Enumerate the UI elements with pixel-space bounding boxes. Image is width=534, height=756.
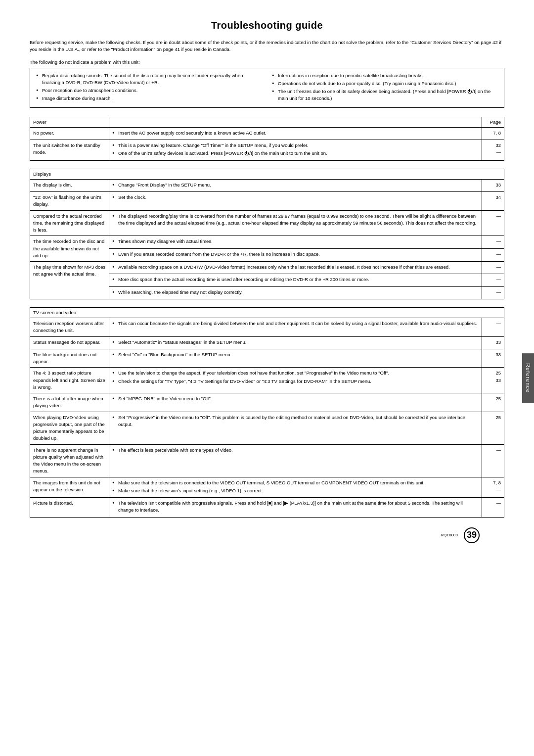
solution-cell: This can occur because the signals are b… [109, 318, 482, 337]
problem-cell: The display is dim. [30, 179, 109, 191]
list-item: Set "MPEG-DNR" in the Video menu to "Off… [112, 395, 479, 402]
list-item: Change "Front Display" in the SETUP menu… [112, 182, 479, 189]
list-item: Interruptions in reception due to period… [272, 72, 498, 79]
problem-cell: The 4: 3 aspect ratio picture expands le… [30, 368, 109, 393]
problem-cell: "12: 00A" is flashing on the unit's disp… [30, 192, 109, 211]
solution-cell: Make sure that the television is connect… [109, 477, 482, 498]
list-item: The unit freezes due to one of its safet… [272, 88, 498, 102]
list-item: Make sure that the television's input se… [112, 487, 479, 494]
solution-cell: The displayed recording/play time is con… [109, 210, 482, 236]
page-cell: 33 [482, 349, 504, 368]
list-item: Times shown may disagree with actual tim… [112, 238, 479, 245]
table-row: Picture is distorted. The television isn… [30, 498, 504, 518]
page-cell: — [482, 210, 504, 236]
page-cell: — [482, 444, 504, 477]
page-cell: 33 [482, 336, 504, 349]
list-item: Poor reception due to atmospheric condit… [36, 87, 262, 94]
table-row: No power. Insert the AC power supply cor… [30, 127, 504, 140]
solution-cell: Change "Front Display" in the SETUP menu… [109, 179, 482, 191]
section-spacer [109, 117, 482, 127]
problem-cell: The play time shown for MP3 does not agr… [30, 262, 109, 299]
page-column-header: Page [482, 117, 504, 127]
displays-label: Displays [30, 169, 504, 179]
model-number: RQT8009 [441, 533, 458, 537]
solution-cell: Set the clock. [109, 192, 482, 211]
tv-label: TV screen and video [30, 307, 504, 318]
solution-cell: Times shown may disagree with actual tim… [109, 236, 482, 249]
list-item: Set "Progressive" in the Video menu to "… [112, 414, 479, 428]
table-row: Status messages do not appear. Select "A… [30, 336, 504, 349]
problem-cell: Compared to the actual recorded time, th… [30, 210, 109, 236]
table-row: There is no apparent change in picture q… [30, 444, 504, 477]
list-item: The effect is less perceivable with some… [112, 447, 479, 454]
solution-cell: Use the television to change the aspect.… [109, 368, 482, 393]
page-cell: 2533 [482, 368, 504, 393]
table-row: The 4: 3 aspect ratio picture expands le… [30, 368, 504, 393]
not-problems-box: Regular disc rotating sounds. The sound … [30, 68, 504, 108]
page-cell: 34 [482, 192, 504, 211]
list-item: Regular disc rotating sounds. The sound … [36, 72, 262, 87]
table-row: The unit switches to the standby mode. T… [30, 140, 504, 161]
page-cell: — [482, 498, 504, 518]
section-header-row: Power Page [30, 117, 504, 127]
problem-cell: The time recorded on the disc and the av… [30, 236, 109, 262]
page-cell: — [482, 262, 504, 274]
page-cell: 25 [482, 412, 504, 444]
page-cell: 33 [482, 179, 504, 191]
section-header-row: Displays [30, 169, 504, 179]
table-row: Compared to the actual recorded time, th… [30, 210, 504, 236]
section-header-row: TV screen and video [30, 307, 504, 318]
list-item: Insert the AC power supply cord securely… [112, 130, 479, 137]
problem-cell: When playing DVD-Video using progressive… [30, 412, 109, 444]
list-item: Operations do not work due to a poor-qua… [272, 80, 498, 87]
problem-cell: The images from this unit do not appear … [30, 477, 109, 498]
solution-cell: Even if you erase recorded content from … [109, 249, 482, 262]
table-row: Television reception worsens after conne… [30, 318, 504, 337]
problem-cell: Television reception worsens after conne… [30, 318, 109, 337]
displays-table: Displays The display is dim. Change "Fro… [30, 169, 504, 299]
page-number: 39 [464, 527, 480, 543]
not-problems-left: Regular disc rotating sounds. The sound … [36, 72, 262, 103]
page-cell: 7, 8— [482, 477, 504, 498]
list-item: While searching, the elapsed time may no… [112, 289, 479, 296]
not-problems-right: Interruptions in reception due to period… [272, 72, 498, 103]
solution-cell: Select "Automatic" in "Status Messages" … [109, 336, 482, 349]
page-cell: — [482, 274, 504, 286]
list-item: Even if you erase recorded content from … [112, 251, 479, 258]
list-item: More disc space than the actual recordin… [112, 276, 479, 283]
table-row: The display is dim. Change "Front Displa… [30, 179, 504, 191]
page-cell: 7, 8 [482, 127, 504, 140]
list-item: One of the unit's safety devices is acti… [112, 150, 479, 157]
list-item: This is a power saving feature. Change "… [112, 142, 479, 149]
page-footer: RQT8009 39 [30, 527, 504, 543]
list-item: Image disturbance during search. [36, 95, 262, 102]
power-table: Power Page No power. Insert the AC power… [30, 117, 504, 161]
table-row: The images from this unit do not appear … [30, 477, 504, 498]
table-row: The blue background does not appear. Sel… [30, 349, 504, 368]
solution-cell: More disc space than the actual recordin… [109, 274, 482, 286]
solution-cell: Insert the AC power supply cord securely… [109, 127, 482, 140]
list-item: The television isn't compatible with pro… [112, 500, 479, 514]
page-cell: 25 [482, 393, 504, 412]
page-cell: 32— [482, 140, 504, 161]
solution-cell: Set "MPEG-DNR" in the Video menu to "Off… [109, 393, 482, 412]
page-cell: — [482, 236, 504, 249]
table-row: When playing DVD-Video using progressive… [30, 412, 504, 444]
list-item: Select "Automatic" in "Status Messages" … [112, 339, 479, 346]
solution-cell: This is a power saving feature. Change "… [109, 140, 482, 161]
list-item: Use the television to change the aspect.… [112, 370, 479, 377]
table-row: The time recorded on the disc and the av… [30, 236, 504, 249]
problem-cell: Status messages do not appear. [30, 336, 109, 349]
table-row: There is a lot of after-image when playi… [30, 393, 504, 412]
solution-cell: While searching, the elapsed time may no… [109, 286, 482, 299]
solution-cell: Set "Progressive" in the Video menu to "… [109, 412, 482, 444]
page-cell: — [482, 286, 504, 299]
problem-cell: There is no apparent change in picture q… [30, 444, 109, 477]
list-item: This can occur because the signals are b… [112, 320, 479, 327]
solution-cell: Available recording space on a DVD-RW (D… [109, 262, 482, 274]
section-label: Power [30, 117, 109, 127]
solution-cell: The television isn't compatible with pro… [109, 498, 482, 518]
list-item: The displayed recording/play time is con… [112, 213, 479, 227]
solution-cell: The effect is less perceivable with some… [109, 444, 482, 477]
table-row: "12: 00A" is flashing on the unit's disp… [30, 192, 504, 211]
